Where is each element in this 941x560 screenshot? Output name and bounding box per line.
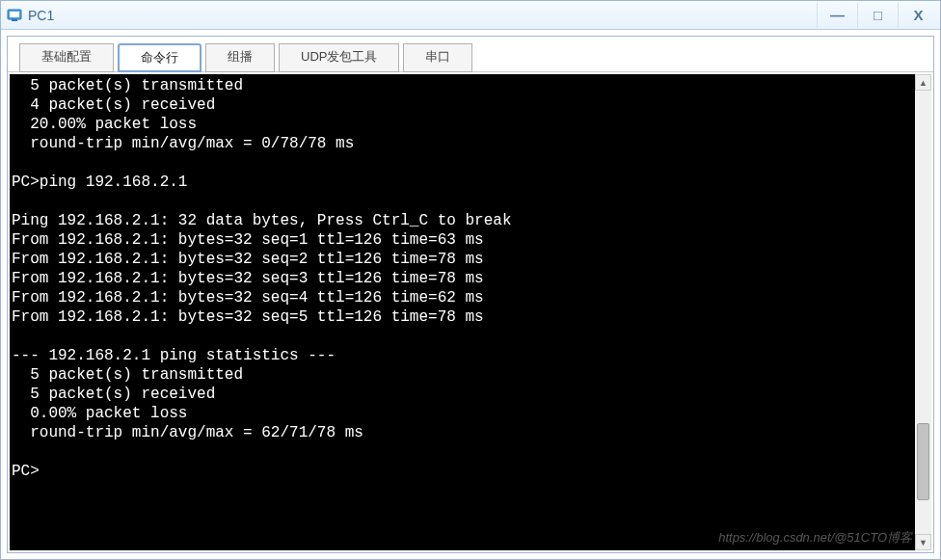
terminal-line: PC>ping 192.168.2.1 bbox=[12, 173, 913, 192]
terminal-line bbox=[12, 192, 913, 211]
tab-bar: 基础配置 命令行 组播 UDP发包工具 串口 bbox=[8, 37, 933, 72]
scroll-track[interactable] bbox=[915, 91, 931, 534]
scroll-thumb[interactable] bbox=[917, 423, 929, 500]
terminal-line: 5 packet(s) received bbox=[12, 385, 913, 404]
content-frame: 基础配置 命令行 组播 UDP发包工具 串口 5 packet(s) trans… bbox=[7, 36, 934, 553]
tab-serial[interactable]: 串口 bbox=[403, 43, 472, 72]
terminal-line bbox=[12, 327, 913, 346]
minimize-button[interactable]: — bbox=[817, 3, 857, 28]
tab-basic[interactable]: 基础配置 bbox=[19, 43, 114, 72]
svg-rect-1 bbox=[10, 12, 19, 17]
terminal-line: --- 192.168.2.1 ping statistics --- bbox=[12, 346, 913, 365]
terminal-line: From 192.168.2.1: bytes=32 seq=1 ttl=126… bbox=[12, 230, 913, 250]
terminal-line: Ping 192.168.2.1: 32 data bytes, Press C… bbox=[12, 211, 913, 230]
tab-cli[interactable]: 命令行 bbox=[118, 43, 202, 72]
terminal-line: 5 packet(s) transmitted bbox=[12, 365, 913, 385]
close-button[interactable]: X bbox=[898, 3, 938, 28]
terminal-line: 0.00% packet loss bbox=[12, 404, 913, 423]
terminal-line: round-trip min/avg/max = 0/78/78 ms bbox=[12, 134, 913, 153]
scrollbar[interactable]: ▲ ▼ bbox=[915, 74, 931, 550]
app-icon bbox=[7, 8, 22, 23]
window-controls: — □ X bbox=[817, 3, 938, 28]
terminal-line: PC> bbox=[12, 462, 913, 481]
window-title: PC1 bbox=[28, 8, 817, 23]
terminal-line: 5 packet(s) transmitted bbox=[12, 76, 913, 95]
tab-mcast[interactable]: 组播 bbox=[205, 43, 275, 72]
terminal-line: From 192.168.2.1: bytes=32 seq=2 ttl=126… bbox=[12, 250, 913, 269]
console-wrap: 5 packet(s) transmitted 4 packet(s) rece… bbox=[10, 74, 931, 550]
terminal-line: From 192.168.2.1: bytes=32 seq=5 ttl=126… bbox=[12, 307, 913, 327]
terminal-line: From 192.168.2.1: bytes=32 seq=3 ttl=126… bbox=[12, 269, 913, 288]
titlebar: PC1 — □ X bbox=[1, 1, 940, 30]
maximize-button[interactable]: □ bbox=[857, 3, 898, 28]
svg-rect-2 bbox=[12, 19, 17, 21]
terminal-line: From 192.168.2.1: bytes=32 seq=4 ttl=126… bbox=[12, 288, 913, 307]
tab-udp[interactable]: UDP发包工具 bbox=[279, 43, 399, 72]
scroll-up-button[interactable]: ▲ bbox=[915, 74, 931, 91]
terminal-line bbox=[12, 481, 913, 500]
terminal-output[interactable]: 5 packet(s) transmitted 4 packet(s) rece… bbox=[10, 74, 915, 550]
terminal-line: 20.00% packet loss bbox=[12, 115, 913, 134]
terminal-line: round-trip min/avg/max = 62/71/78 ms bbox=[12, 423, 913, 442]
terminal-line: 4 packet(s) received bbox=[12, 95, 913, 115]
terminal-line bbox=[12, 153, 913, 173]
terminal-line bbox=[12, 442, 913, 462]
scroll-down-button[interactable]: ▼ bbox=[915, 534, 931, 550]
